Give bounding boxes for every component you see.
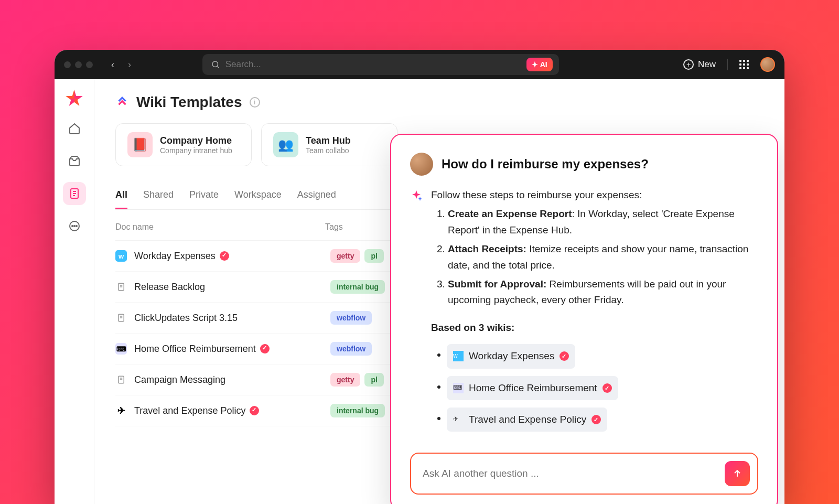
ai-badge[interactable]: ✦ AI [526,58,553,71]
svg-point-8 [74,226,75,227]
template-subtitle: Company intranet hub [160,146,232,155]
tag[interactable]: getty [330,373,360,387]
verified-icon [250,406,259,415]
tag[interactable]: webflow [330,311,372,325]
doc-tags: webflow [330,342,372,356]
doc-tags: webflow [330,311,372,325]
template-icon: 📕 [127,132,153,157]
plane-icon: ✈ [453,414,464,425]
wiki-chip[interactable]: ⌨ Home Office Reimbursement [447,376,618,400]
apps-icon[interactable] [739,60,749,69]
doc-tags: internal bug [330,280,385,294]
nav-back-button[interactable]: ‹ [105,59,120,70]
app-window: ‹ › ✦ AI + New W [55,50,784,504]
new-button[interactable]: + New [683,59,716,70]
template-card[interactable]: 📕Company HomeCompany intranet hub [115,123,252,166]
ai-steps: Create an Expense Report: In Workday, se… [431,206,758,308]
tag[interactable]: internal bug [330,280,385,294]
ai-intro: Follow these steps to reimburse your exp… [431,187,758,203]
nav-inbox[interactable] [63,149,86,173]
divider [727,59,728,70]
ai-answer: Follow these steps to reimburse your exp… [431,187,758,439]
search-bar[interactable]: ✦ AI [202,54,559,75]
keyboard-icon: ⌨ [453,383,464,393]
info-icon[interactable]: i [250,97,260,108]
wiki-source: w Workday Expenses [447,344,758,368]
ai-panel: How do I reimburse my expenses? Follow t… [390,134,778,504]
verified-icon [603,383,612,393]
page-title: Wiki Templates [136,94,242,111]
search-input[interactable] [225,59,521,70]
document-icon [115,374,127,385]
doc-name: Travel and Expense Policy [134,405,323,416]
verified-icon [560,351,569,361]
verified-icon [260,344,270,353]
wiki-chip[interactable]: ✈ Travel and Expense Policy [447,408,607,432]
col-tags: Tags [325,222,343,232]
verified-icon [591,415,601,424]
verified-icon [220,251,229,261]
keyboard-icon: ⌨ [115,343,127,355]
search-icon [211,60,220,69]
doc-tags: gettypl [330,249,384,263]
svg-point-7 [72,226,73,227]
doc-name: Release Backlog [134,282,323,293]
wiki-source: ⌨ Home Office Reimbursement [447,376,758,400]
doc-name: Workday Expenses [134,251,323,262]
doc-icon: w [115,250,127,262]
template-subtitle: Team collabo [306,146,351,155]
template-icon: 👥 [273,132,298,157]
ai-input[interactable] [423,468,718,479]
user-avatar[interactable] [760,57,775,72]
titlebar: ‹ › ✦ AI + New [55,50,784,79]
doc-name: Campaign Messaging [134,374,323,385]
doc-icon: w [453,351,464,361]
ai-wiki-sources: w Workday Expenses ⌨ Home Office Reimbur… [431,344,758,432]
window-controls[interactable] [64,61,93,68]
svg-line-1 [217,66,219,68]
doc-tags: internal bug [330,404,385,417]
tab-assigned[interactable]: Assigned [297,185,336,209]
ai-question: How do I reimburse my expenses? [442,157,649,171]
template-card[interactable]: 👥Team HubTeam collabo [261,123,397,166]
nav-forward-button[interactable]: › [122,59,137,70]
col-doc-name: Doc name [115,222,325,232]
nav-arrows: ‹ › [105,59,137,70]
plus-icon: + [683,59,694,70]
tag[interactable]: internal bug [330,404,385,417]
tab-workspace[interactable]: Workspace [234,185,282,209]
nav-more[interactable] [63,215,86,238]
app-logo[interactable] [66,90,83,108]
nav-home[interactable] [63,117,86,140]
ai-step: Attach Receipts: Itemize receipts and sh… [448,241,758,273]
nav-rail [55,79,94,504]
ai-send-button[interactable] [725,461,750,486]
clickup-icon [115,95,129,109]
tab-all[interactable]: All [115,185,127,209]
ai-step: Create an Expense Report: In Workday, se… [448,206,758,238]
tag[interactable]: pl [364,373,383,387]
doc-name: Home Office Reimbursement [134,344,323,355]
tab-shared[interactable]: Shared [143,185,174,209]
sparkle-icon [410,187,423,439]
nav-docs[interactable] [63,182,86,205]
plane-icon: ✈ [115,405,127,416]
ai-step: Submit for Approval: Reimbursements will… [448,276,758,308]
tag[interactable]: getty [330,249,360,263]
ai-input-bar[interactable] [410,453,758,495]
template-title: Company Home [160,135,232,146]
wiki-chip[interactable]: w Workday Expenses [447,344,575,368]
document-icon [115,281,127,293]
wiki-source: ✈ Travel and Expense Policy [447,408,758,432]
doc-tags: gettypl [330,373,384,387]
user-avatar-small [410,153,433,176]
tag[interactable]: webflow [330,342,372,356]
template-title: Team Hub [306,135,351,146]
page-header: Wiki Templates i [115,94,763,111]
tab-private[interactable]: Private [189,185,219,209]
tag[interactable]: pl [364,249,383,263]
svg-point-0 [212,61,218,67]
document-icon [115,312,127,324]
doc-name: ClickUpdates Script 3.15 [134,313,323,324]
ai-based-label: Based on 3 wikis: [431,320,758,336]
